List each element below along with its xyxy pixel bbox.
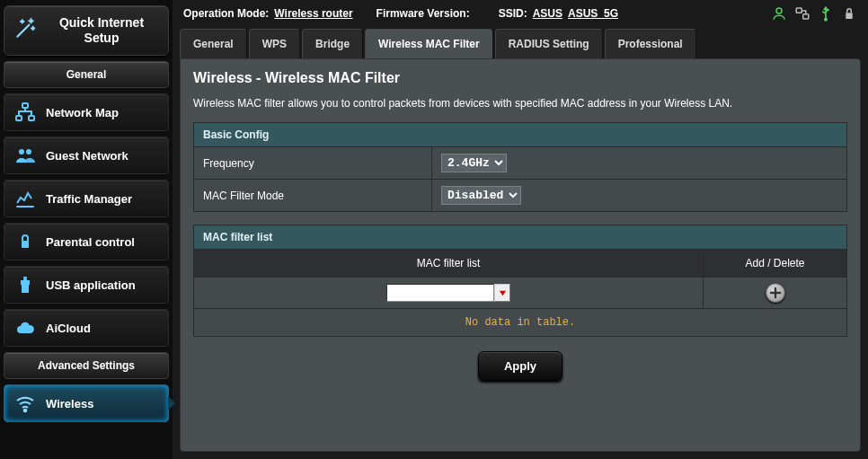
sidebar-item-wireless[interactable]: Wireless [4, 384, 169, 422]
basic-config-header: Basic Config [194, 123, 847, 147]
tab-wireless-mac-filter[interactable]: Wireless MAC Filter [365, 29, 493, 58]
svg-point-6 [22, 278, 23, 278]
sidebar: Quick Internet Setup General Network Map… [0, 0, 173, 459]
parental-control-icon [13, 230, 37, 253]
ssid-value-1[interactable]: ASUS [533, 7, 562, 20]
col-action-header: Add / Delete [704, 250, 847, 278]
tab-wps[interactable]: WPS [249, 29, 300, 58]
sidebar-item-aicloud[interactable]: AiCloud [4, 309, 169, 347]
network-map-icon [13, 101, 37, 124]
sidebar-item-label: Network Map [46, 106, 119, 119]
ssid-label: SSID: [499, 7, 527, 20]
op-mode-value[interactable]: Wireless router [274, 7, 352, 20]
client-status-icon[interactable] [771, 5, 787, 22]
main-area: Operation Mode: Wireless router Firmware… [173, 0, 868, 459]
network-status-icon[interactable] [794, 5, 810, 22]
sidebar-item-network-map[interactable]: Network Map [4, 93, 169, 131]
tab-radius-setting[interactable]: RADIUS Setting [495, 29, 603, 58]
op-mode-label: Operation Mode: [183, 7, 269, 20]
tab-professional[interactable]: Professional [605, 29, 696, 58]
tab-bar: General WPS Bridge Wireless MAC Filter R… [180, 29, 861, 58]
sidebar-item-label: Parental control [46, 235, 135, 249]
mac-address-combo [386, 284, 510, 302]
mac-address-dropdown-button[interactable] [494, 284, 510, 302]
security-status-icon[interactable] [841, 5, 857, 22]
sidebar-item-label: Wireless [46, 397, 93, 410]
svg-rect-2 [29, 116, 34, 120]
apply-button[interactable]: Apply [478, 351, 562, 381]
page-title: Wireless - Wireless MAC Filter [193, 70, 847, 86]
svg-point-12 [825, 19, 827, 21]
sidebar-item-guest-network[interactable]: Guest Network [4, 137, 169, 174]
status-icons [771, 5, 857, 22]
svg-rect-10 [796, 8, 802, 13]
sidebar-item-traffic-manager[interactable]: Traffic Manager [4, 180, 169, 217]
sidebar-item-label: Guest Network [46, 149, 128, 163]
frequency-label: Frequency [194, 147, 432, 180]
aicloud-icon [13, 316, 37, 340]
ssid-value-2[interactable]: ASUS_5G [568, 7, 618, 20]
tab-general[interactable]: General [180, 29, 247, 58]
svg-point-7 [26, 278, 27, 278]
mac-filter-mode-select[interactable]: Disabled [441, 186, 521, 205]
mode-label: MAC Filter Mode [194, 180, 432, 212]
sidebar-item-usb-application[interactable]: USB application [4, 266, 169, 304]
wand-icon [13, 17, 37, 44]
frequency-select[interactable]: 2.4GHz [441, 154, 507, 172]
mac-address-input[interactable] [386, 284, 494, 302]
sidebar-item-parental-control[interactable]: Parental control [4, 223, 169, 260]
mac-filter-list-header: MAC filter list [194, 225, 847, 250]
svg-point-4 [26, 149, 31, 154]
add-mac-button[interactable] [766, 283, 785, 303]
svg-rect-13 [846, 13, 853, 19]
svg-point-3 [19, 149, 24, 154]
tab-bridge[interactable]: Bridge [302, 29, 363, 58]
usb-application-icon [13, 273, 37, 296]
guest-network-icon [13, 144, 37, 167]
svg-point-8 [24, 410, 27, 412]
svg-rect-1 [16, 116, 22, 120]
usb-status-icon[interactable] [818, 5, 834, 22]
wireless-icon [13, 392, 37, 415]
quick-internet-setup-button[interactable]: Quick Internet Setup [4, 5, 169, 56]
sidebar-section-general: General [4, 61, 169, 88]
basic-config-table: Basic Config Frequency 2.4GHz MAC Filter… [193, 122, 847, 212]
no-data-message: No data in table. [194, 309, 847, 337]
svg-rect-5 [22, 241, 29, 248]
mac-filter-list-table: MAC filter list MAC filter list Add / De… [193, 225, 847, 337]
page-description: Wireless MAC filter allows you to contro… [193, 97, 847, 110]
col-mac-header: MAC filter list [194, 250, 704, 278]
svg-point-9 [776, 8, 782, 13]
content-panel: Wireless - Wireless MAC Filter Wireless … [180, 58, 861, 452]
sidebar-item-label: USB application [46, 278, 136, 292]
firmware-label: Firmware Version: [376, 7, 470, 20]
svg-rect-11 [803, 14, 809, 19]
sidebar-section-advanced: Advanced Settings [4, 352, 169, 379]
qis-label: Quick Internet Setup [44, 15, 159, 46]
traffic-manager-icon [13, 187, 37, 210]
svg-rect-0 [22, 103, 28, 108]
sidebar-item-label: Traffic Manager [46, 192, 132, 206]
sidebar-item-label: AiCloud [46, 322, 91, 335]
top-status-bar: Operation Mode: Wireless router Firmware… [180, 4, 861, 23]
